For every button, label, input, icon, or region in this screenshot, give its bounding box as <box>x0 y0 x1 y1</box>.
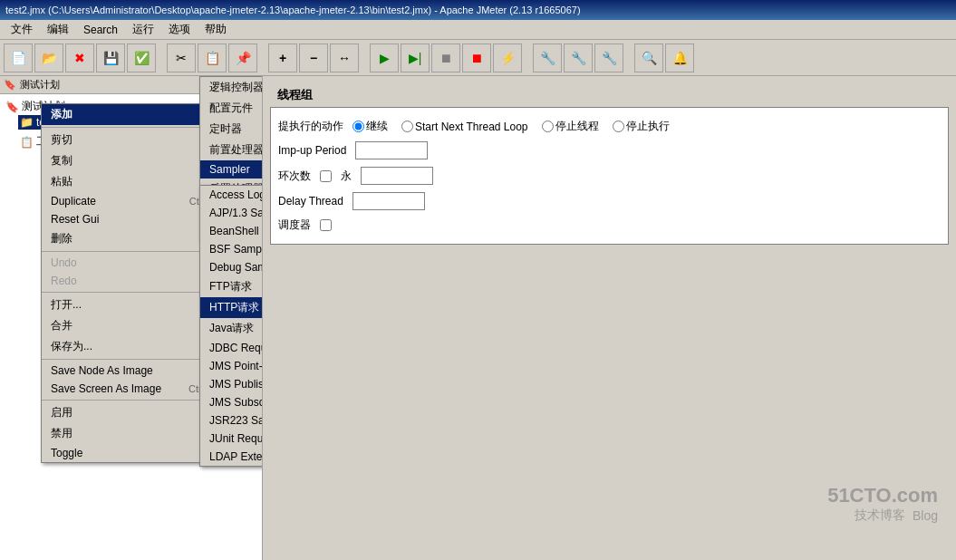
delay-label: Delay Thread <box>278 195 343 208</box>
toolbar-sep-2 <box>261 44 265 72</box>
toolbar: 📄 📂 ✖ 💾 ✅ ✂ 📋 📌 + − ↔ ▶ ▶| ⏹ ⏹ ⚡ 🔧 🔧 🔧 🔍… <box>0 40 956 76</box>
submenu-sampler: Access Log Sampler AJP/1.3 Sampler BeanS… <box>199 185 263 467</box>
delay-input[interactable] <box>352 192 425 210</box>
imp-label: Imp-up Period <box>278 144 346 157</box>
tree-item-plan-icon: 🔖 <box>5 101 19 113</box>
sampler-debug[interactable]: Debug Sampler <box>200 258 263 276</box>
sampler-jms-pub[interactable]: JMS Publisher <box>200 375 263 393</box>
toolbar-paste-btn[interactable]: 📌 <box>228 43 257 72</box>
loop-row: 环次数 永 <box>278 163 941 188</box>
submenu-add-timer[interactable]: 定时器 <box>200 119 263 140</box>
toolbar-run-btn[interactable]: ▶ <box>370 43 399 72</box>
toolbar-remote2-btn[interactable]: 🔧 <box>564 43 593 72</box>
submenu-add-logic[interactable]: 逻辑控制器 <box>200 77 263 98</box>
watermark-url: 51CTO.com <box>827 484 938 507</box>
sampler-accesslog[interactable]: Access Log Sampler <box>200 186 263 204</box>
sampler-ftp[interactable]: FTP请求 <box>200 276 263 297</box>
submenu-add-config[interactable]: 配置元件 <box>200 98 263 119</box>
watermark: 51CTO.com 技术博客 Blog <box>827 484 938 524</box>
scheduler-row: 调度器 <box>278 214 941 237</box>
watermark-blog: Blog <box>913 508 938 523</box>
menu-help[interactable]: 帮助 <box>198 20 234 39</box>
radio-stopthread[interactable] <box>542 121 554 132</box>
toolbar-new-btn[interactable]: 📄 <box>4 43 33 72</box>
toolbar-toggle-btn[interactable]: ↔ <box>330 43 359 72</box>
menu-edit[interactable]: 编辑 <box>40 20 76 39</box>
toolbar-clear-btn[interactable]: ⚡ <box>493 43 522 72</box>
watermark-subtitle: 技术博客 <box>855 507 905 524</box>
toolbar-search-btn[interactable]: 🔍 <box>634 43 663 72</box>
section-header: 线程组 <box>270 83 949 107</box>
sampler-jdbc[interactable]: JDBC Request <box>200 339 263 357</box>
menu-run[interactable]: 运行 <box>125 20 161 39</box>
tree-header-label: 测试计划 <box>20 78 60 92</box>
toolbar-collapse-btn[interactable]: − <box>299 43 328 72</box>
left-panel: 🔖 测试计划 🔖 测试计划 📁 te... 📋 工作台 添加 <box>0 76 263 560</box>
panel-main: 提执行的动作 继续 Start Next Thread Loop 停止线程 <box>270 107 949 245</box>
action-row: 提执行的动作 继续 Start Next Thread Loop 停止线程 <box>278 115 941 138</box>
radio-nexthread-label[interactable]: Start Next Thread Loop <box>401 121 528 133</box>
scheduler-check[interactable] <box>320 219 332 231</box>
imp-input[interactable] <box>355 141 428 159</box>
loop-forever-check[interactable] <box>320 170 332 182</box>
toolbar-stopall-btn[interactable]: ⏹ <box>462 43 491 72</box>
loop-input[interactable] <box>361 167 433 185</box>
tree-item-thread-icon: 📁 <box>20 116 34 129</box>
radio-continue-label[interactable]: 继续 <box>352 119 388 134</box>
main-area: 🔖 测试计划 🔖 测试计划 📁 te... 📋 工作台 添加 <box>0 76 956 560</box>
title-text: test2.jmx (C:\Users\Administrator\Deskto… <box>5 5 581 15</box>
sampler-ajp[interactable]: AJP/1.3 Sampler <box>200 204 263 222</box>
toolbar-runall-btn[interactable]: ▶| <box>401 43 430 72</box>
right-panel: 线程组 提执行的动作 继续 Start Next Thread Loop <box>263 76 956 560</box>
radio-continue[interactable] <box>352 121 364 132</box>
toolbar-func-btn[interactable]: 🔔 <box>665 43 694 72</box>
imp-row: Imp-up Period <box>278 138 941 163</box>
sampler-beanshell[interactable]: BeanShell Sampler <box>200 222 263 240</box>
loop-label: 环次数 <box>278 169 311 184</box>
loop-forever-label: 永 <box>341 169 352 184</box>
sampler-junit[interactable]: JUnit Request <box>200 430 263 448</box>
radio-group-action: 继续 Start Next Thread Loop 停止线程 停止执行 <box>352 119 670 134</box>
sampler-jsr223[interactable]: JSR223 Sampler <box>200 411 263 430</box>
toolbar-close-btn[interactable]: ✖ <box>65 43 94 72</box>
menu-options[interactable]: 选项 <box>161 20 198 39</box>
sampler-jms-p2p[interactable]: JMS Point-to-Point <box>200 357 263 375</box>
toolbar-remote1-btn[interactable]: 🔧 <box>533 43 562 72</box>
radio-nextthread[interactable] <box>401 121 413 132</box>
sampler-bsf[interactable]: BSF Sampler <box>200 240 263 258</box>
menu-file[interactable]: 文件 <box>4 20 40 39</box>
tree-header-icon: 🔖 <box>4 79 16 91</box>
tree-item-workbench-icon: 📋 <box>20 136 34 149</box>
menu-bar: 文件 编辑 Search 运行 选项 帮助 <box>0 20 956 40</box>
toolbar-save-btn[interactable]: 💾 <box>96 43 125 72</box>
radio-stopall[interactable] <box>613 121 624 132</box>
sampler-http[interactable]: HTTP请求 <box>200 297 263 318</box>
watermark-sub: 技术博客 Blog <box>827 507 938 524</box>
toolbar-stop-btn[interactable]: ⏹ <box>431 43 460 72</box>
scheduler-label: 调度器 <box>278 217 311 233</box>
delay-row: Delay Thread <box>278 188 941 214</box>
title-bar: test2.jmx (C:\Users\Administrator\Deskto… <box>0 0 956 20</box>
toolbar-cut-btn[interactable]: ✂ <box>167 43 196 72</box>
toolbar-sep-5 <box>627 44 631 72</box>
toolbar-sep-4 <box>526 44 529 72</box>
toolbar-verify-btn[interactable]: ✅ <box>127 43 156 72</box>
toolbar-expand-btn[interactable]: + <box>268 43 297 72</box>
toolbar-remote3-btn[interactable]: 🔧 <box>594 43 623 72</box>
sampler-jms-sub[interactable]: JMS Subscriber <box>200 393 263 411</box>
action-label: 提执行的动作 <box>278 119 343 134</box>
submenu-add-sampler[interactable]: Sampler <box>200 160 263 179</box>
toolbar-sep-1 <box>159 44 163 72</box>
submenu-add-preproc[interactable]: 前置处理器 <box>200 140 263 160</box>
toolbar-open-btn[interactable]: 📂 <box>34 43 63 72</box>
toolbar-sep-3 <box>362 44 366 72</box>
menu-search[interactable]: Search <box>76 22 125 38</box>
radio-stopall-label[interactable]: 停止执行 <box>613 119 670 134</box>
toolbar-copy-btn[interactable]: 📋 <box>198 43 227 72</box>
radio-stopthread-label[interactable]: 停止线程 <box>542 119 599 134</box>
sampler-ldap[interactable]: LDAP Extended Request <box>200 448 263 466</box>
sampler-java[interactable]: Java请求 <box>200 318 263 339</box>
